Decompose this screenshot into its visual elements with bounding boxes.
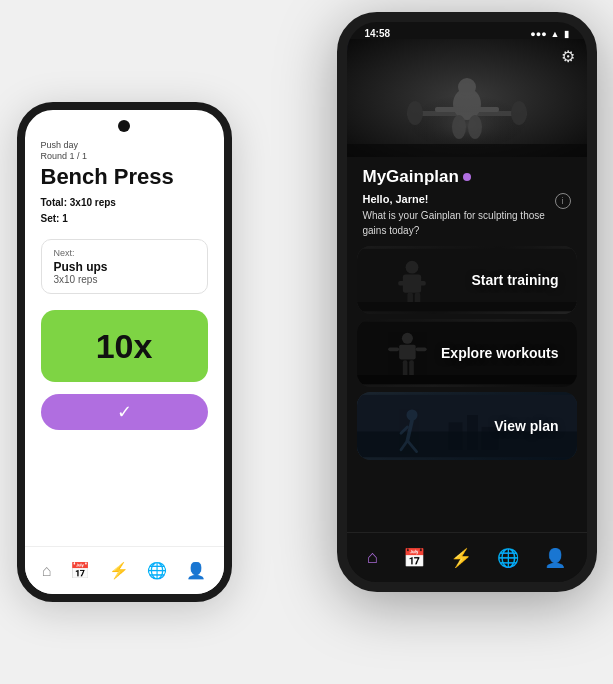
nav-profile-icon[interactable]: 👤	[544, 547, 566, 569]
nav-calendar-icon[interactable]: 📅	[70, 561, 90, 580]
exercise-name: Bench Press	[41, 165, 208, 189]
total-label: Total: 3x10 reps	[41, 195, 208, 211]
app-title-dot	[463, 173, 471, 181]
next-reps: 3x10 reps	[54, 274, 195, 285]
svg-point-4	[511, 101, 527, 125]
svg-point-10	[468, 115, 482, 139]
count-label: 10x	[96, 327, 153, 366]
start-training-label: Start training	[471, 272, 558, 288]
explore-workouts-label: Explore workouts	[441, 345, 558, 361]
start-training-card-row: Start training	[347, 246, 587, 314]
check-icon: ✓	[117, 401, 132, 423]
info-icon[interactable]: i	[555, 193, 571, 209]
white-phone: Push day Round 1 / 1 Bench Press Total: …	[17, 102, 232, 602]
time: 14:58	[365, 28, 391, 39]
explore-workouts-card[interactable]: Explore workouts	[357, 319, 577, 387]
nav-workout-icon[interactable]: ⚡	[450, 547, 472, 569]
set-label: Set: 1	[41, 211, 208, 227]
hero-image: ⚙	[347, 39, 587, 157]
push-day-label: Push day	[41, 140, 208, 150]
greeting-text: Hello, Jarne! What is your Gainplan for …	[363, 191, 555, 238]
greeting-subtitle: What is your Gainplan for sculpting thos…	[363, 210, 545, 236]
start-training-card[interactable]: Start training	[357, 246, 577, 314]
explore-workouts-card-row: Explore workouts	[347, 319, 587, 387]
white-phone-bottom-nav: ⌂ 📅 ⚡ 🌐 👤	[25, 546, 224, 594]
round-label: Round 1 / 1	[41, 151, 208, 161]
scene: Push day Round 1 / 1 Bench Press Total: …	[17, 12, 597, 672]
view-plan-card[interactable]: View plan	[357, 392, 577, 460]
svg-point-6	[458, 78, 476, 96]
nav-home-icon[interactable]: ⌂	[367, 547, 378, 568]
nav-global-icon[interactable]: 🌐	[147, 561, 167, 580]
count-button[interactable]: 10x	[41, 310, 208, 382]
view-plan-card-row: View plan	[347, 392, 587, 460]
next-exercise-box: Next: Push ups 3x10 reps	[41, 239, 208, 294]
svg-rect-11	[347, 144, 587, 157]
app-title-text: MyGainplan	[363, 167, 459, 187]
nav-calendar-icon[interactable]: 📅	[403, 547, 425, 569]
nav-profile-icon[interactable]: 👤	[186, 561, 206, 580]
greeting-hello: Hello, Jarne!	[363, 193, 429, 205]
app-title: MyGainplan	[347, 157, 587, 191]
greeting-row: Hello, Jarne! What is your Gainplan for …	[347, 191, 587, 246]
svg-point-9	[452, 115, 466, 139]
check-button[interactable]: ✓	[41, 394, 208, 430]
wifi-icon: ▲	[551, 29, 560, 39]
camera-notch	[118, 120, 130, 132]
nav-global-icon[interactable]: 🌐	[497, 547, 519, 569]
svg-rect-7	[435, 107, 459, 112]
battery-icon: ▮	[564, 29, 569, 39]
signal-icon: ●●●	[530, 29, 546, 39]
next-exercise: Push ups	[54, 260, 195, 274]
next-label: Next:	[54, 248, 195, 258]
nav-home-icon[interactable]: ⌂	[42, 562, 52, 580]
status-bar: 14:58 ●●● ▲ ▮	[347, 22, 587, 39]
svg-rect-8	[475, 107, 499, 112]
status-icons: ●●● ▲ ▮	[530, 29, 568, 39]
svg-point-3	[407, 101, 423, 125]
dark-phone-bottom-nav: ⌂ 📅 ⚡ 🌐 👤	[347, 532, 587, 582]
dark-phone: 14:58 ●●● ▲ ▮	[337, 12, 597, 592]
view-plan-label: View plan	[494, 418, 558, 434]
settings-icon[interactable]: ⚙	[561, 47, 575, 66]
nav-workout-icon[interactable]: ⚡	[109, 561, 129, 580]
